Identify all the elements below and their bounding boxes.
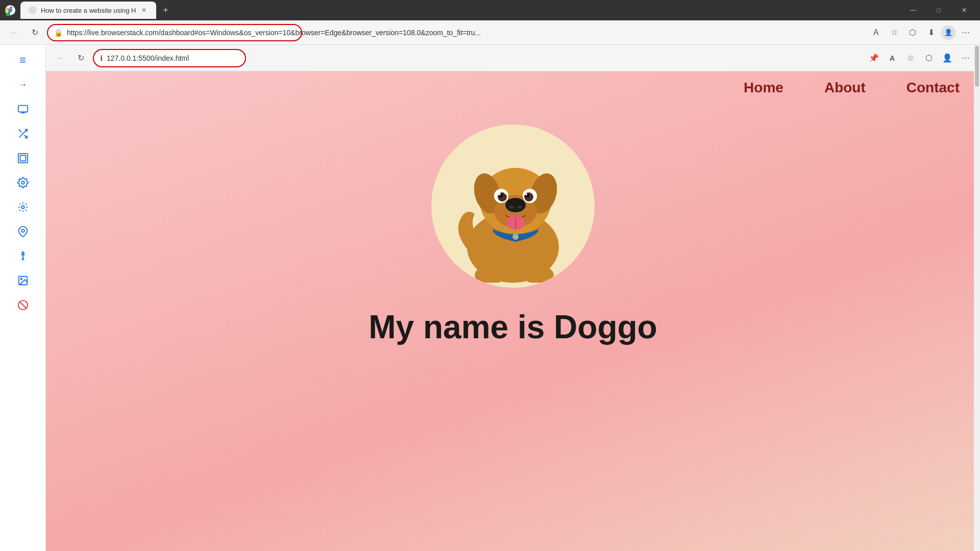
- bs-image-icon[interactable]: [10, 269, 36, 292]
- nav-about-link[interactable]: About: [824, 80, 866, 96]
- nav-home-link[interactable]: Home: [744, 80, 783, 96]
- bs-frame-icon[interactable]: [10, 147, 36, 169]
- reading-view-icon[interactable]: A: [868, 24, 884, 41]
- bs-gear2-icon[interactable]: [10, 196, 36, 218]
- close-button[interactable]: ✕: [952, 2, 976, 18]
- bs-gear1-icon[interactable]: [10, 171, 36, 194]
- inner-nav-right: 📌 A ☆ ⬡ 👤 ⋯: [866, 50, 974, 66]
- svg-point-35: [532, 191, 535, 194]
- bs-shuffle-icon[interactable]: [10, 122, 36, 145]
- bs-stop-icon[interactable]: [10, 294, 36, 316]
- scrollbar[interactable]: [974, 45, 980, 551]
- inner-fav-icon[interactable]: ☆: [902, 50, 919, 66]
- bs-arrow-icon[interactable]: →: [10, 73, 36, 96]
- svg-point-8: [21, 206, 24, 209]
- inner-collections-icon[interactable]: ⬡: [921, 50, 937, 66]
- outer-title-bar: How to create a website using H ✕ + — □ …: [0, 0, 980, 20]
- downloads-icon[interactable]: ⬇: [923, 24, 939, 41]
- bs-menu-icon[interactable]: ≡: [10, 49, 36, 71]
- svg-point-9: [21, 229, 24, 232]
- webpage-content: ← ↻ ℹ 127.0.0.1:5500/index.html 📌 A ☆ ⬡ …: [46, 45, 980, 551]
- nav-contact-link[interactable]: Contact: [906, 80, 960, 96]
- outer-nav-bar: ← ↻ 🔒 https://live.browserstack.com/dash…: [0, 20, 980, 45]
- address-text: https://live.browserstack.com/dashboard#…: [67, 29, 481, 37]
- bs-pin-icon[interactable]: [10, 220, 36, 243]
- favorites-icon[interactable]: ☆: [886, 24, 902, 41]
- svg-point-1: [9, 9, 12, 12]
- svg-line-14: [19, 302, 26, 309]
- webpage-nav-links: Home About Contact: [744, 80, 960, 96]
- menu-button[interactable]: ⋯: [958, 24, 974, 41]
- webpage-hero: My name is Doggo: [46, 104, 980, 551]
- inner-pin-icon[interactable]: 📌: [866, 50, 882, 66]
- browserstack-sidebar: ≡ →: [0, 45, 46, 551]
- svg-point-7: [21, 181, 24, 184]
- svg-point-33: [525, 193, 527, 195]
- back-button[interactable]: ←: [6, 24, 22, 41]
- window-controls: — □ ✕: [901, 2, 976, 18]
- outer-address-bar[interactable]: 🔒 https://live.browserstack.com/dashboar…: [47, 24, 302, 41]
- svg-point-12: [20, 278, 22, 280]
- tab-title: How to create a website using H: [41, 7, 136, 14]
- inner-address-text: 127.0.0.1:5500/index.html: [107, 54, 189, 62]
- inner-info-icon: ℹ: [100, 54, 103, 62]
- svg-rect-6: [20, 156, 26, 161]
- inner-profile-icon[interactable]: 👤: [939, 50, 955, 66]
- new-tab-button[interactable]: +: [158, 3, 173, 17]
- webpage-navbar: Home About Contact: [46, 71, 980, 104]
- nav-right-icons: A ☆ ⬡ ⬇ 👤 ⋯: [868, 24, 974, 41]
- hero-title: My name is Doggo: [369, 308, 657, 346]
- tab-bar: How to create a website using H ✕ +: [20, 2, 173, 19]
- svg-point-36: [512, 234, 519, 240]
- svg-point-10: [22, 252, 24, 254]
- minimize-button[interactable]: —: [901, 2, 925, 18]
- svg-point-21: [505, 198, 526, 212]
- tab-favicon: [29, 6, 37, 14]
- inner-reading-icon[interactable]: A: [884, 50, 900, 66]
- inner-reload-button[interactable]: ↻: [72, 50, 89, 66]
- inner-nav-bar: ← ↻ ℹ 127.0.0.1:5500/index.html 📌 A ☆ ⬡ …: [46, 45, 980, 71]
- svg-point-29: [499, 193, 501, 195]
- reload-button[interactable]: ↻: [27, 24, 43, 41]
- inner-menu-icon[interactable]: ⋯: [958, 50, 974, 66]
- tab-close-button[interactable]: ✕: [140, 6, 148, 14]
- svg-point-34: [504, 191, 507, 194]
- bs-accessibility-icon[interactable]: [10, 245, 36, 267]
- inner-address-bar-container: ℹ 127.0.0.1:5500/index.html: [93, 49, 246, 67]
- chrome-logo-icon: [4, 4, 16, 16]
- address-bar-wrapper: 🔒 https://live.browserstack.com/dashboar…: [47, 24, 864, 41]
- dog-illustration: [436, 130, 590, 283]
- svg-point-23: [517, 206, 522, 209]
- scrollbar-thumb: [975, 46, 979, 87]
- svg-rect-2: [18, 106, 27, 112]
- browser-content-area: ≡ →: [0, 45, 980, 551]
- bs-screen-icon[interactable]: [10, 98, 36, 120]
- dog-image: [431, 124, 595, 288]
- active-tab[interactable]: How to create a website using H ✕: [20, 2, 156, 19]
- profile-avatar[interactable]: 👤: [941, 26, 955, 40]
- collections-icon[interactable]: ⬡: [904, 24, 921, 41]
- svg-point-22: [509, 206, 514, 209]
- profile-letter: 👤: [941, 26, 955, 40]
- inner-back-button[interactable]: ←: [52, 50, 68, 66]
- inner-address-bar[interactable]: ℹ 127.0.0.1:5500/index.html: [93, 49, 246, 67]
- lock-icon: 🔒: [54, 29, 63, 37]
- maximize-button[interactable]: □: [927, 2, 950, 18]
